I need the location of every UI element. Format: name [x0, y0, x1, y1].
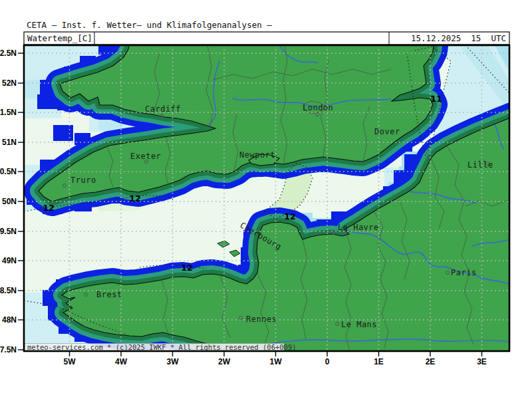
city-label-paris: Paris	[451, 268, 477, 277]
city-label-le-mans: Le Mans	[341, 320, 377, 329]
temp-label-12-d: 12	[181, 263, 192, 273]
attribution-box: meteo-services.com * (c)2025 IWKF * All …	[25, 343, 297, 352]
lon-label: 2W	[218, 357, 231, 366]
temp-label-12-c: 12	[284, 211, 295, 221]
temp-label-12-b: 12	[129, 194, 140, 203]
lat-label: 49.5N	[0, 227, 17, 236]
attribution-text: meteo-services.com * (c)2025 IWKF * All …	[27, 343, 297, 351]
map-canvas: Cardiff London Dover Newport Exeter Trur…	[24, 40, 512, 355]
city-label-dover: Dover	[374, 127, 400, 136]
lon-label: 3E	[477, 357, 487, 366]
lat-axis: 52.5N 52N 51.5N 51N 50.5N 50N 49.5N 49N …	[0, 49, 24, 354]
lat-label: 49N	[2, 256, 17, 265]
city-label-truro: Truro	[70, 176, 96, 185]
city-label-exeter: Exeter	[130, 152, 161, 161]
lat-label: 51.5N	[0, 108, 17, 117]
city-label-rennes: Rennes	[246, 315, 277, 324]
lon-label: 0	[325, 357, 330, 366]
lat-label: 47.5N	[0, 345, 17, 354]
lat-label: 51N	[2, 138, 17, 147]
lon-label: 3W	[167, 357, 180, 366]
lat-label: 50.5N	[0, 167, 17, 176]
lon-label: 2E	[426, 357, 436, 366]
city-label-cardiff: Cardiff	[145, 104, 181, 114]
lat-label: 48.5N	[0, 286, 17, 295]
lon-label: 5W	[64, 357, 76, 366]
city-label-newport: Newport	[239, 150, 275, 160]
lon-label: 1W	[270, 357, 283, 366]
city-label-le-havre: Le Havre	[338, 223, 379, 232]
lat-label: 50N	[2, 197, 17, 206]
city-label-lille: Lille	[467, 160, 493, 170]
temp-label-12-a: 12	[43, 203, 54, 213]
lat-label: 52.5N	[0, 49, 17, 58]
lon-axis: 5W 4W 3W 2W 1W 0 1E 2E 3E	[64, 351, 487, 366]
timestamp: 15.12.2025 15 UTC	[411, 33, 506, 43]
institute-title: CETA — Inst. f. Wetter— und Klimafolgena…	[27, 20, 272, 30]
lon-label: 4W	[115, 357, 128, 366]
temp-label-11: 11	[430, 94, 442, 104]
lon-label: 1E	[374, 357, 384, 366]
city-label-brest: Brest	[96, 290, 122, 299]
weather-map-page: CETA — Inst. f. Wetter— und Klimafolgena…	[0, 0, 532, 399]
layer-title: Watertemp_[C]	[27, 33, 92, 43]
city-label-london: London	[303, 103, 333, 112]
lat-label: 48N	[2, 315, 17, 325]
lat-label: 52N	[2, 78, 17, 88]
